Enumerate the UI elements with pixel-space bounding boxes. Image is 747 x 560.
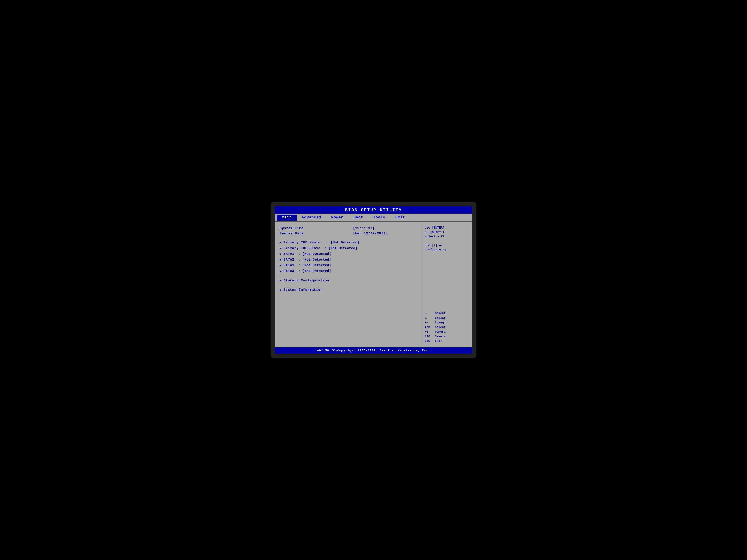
system-date-value[interactable]: [Wed 12/07/2016] (353, 232, 388, 236)
arrow-sysinfo: ► (280, 288, 282, 292)
help-text-1: Use [ENTER] or [SHIFT-T select a fi (425, 225, 469, 239)
nav-advanced[interactable]: Advanced (297, 215, 326, 220)
help-line1: Use [ENTER] (425, 225, 469, 230)
key-lr-desc: Select (435, 312, 445, 315)
sata2-label: SATA2 (283, 258, 294, 262)
sata4-label: SATA4 (283, 269, 294, 273)
key-f1-symbol: F1 (425, 330, 435, 334)
system-time-row: System Time [13:11:37] (280, 226, 417, 230)
nav-exit[interactable]: Exit (390, 215, 410, 220)
arrow-sata4: ► (280, 269, 282, 273)
arrow-sata3: ► (280, 264, 282, 267)
ide-slave-label: Primary IDE Slave (283, 246, 320, 250)
arrow-sata1: ► (280, 252, 282, 256)
key-row-f10: F10 Save a (425, 335, 469, 338)
status-bar: v02.58 (C)Copyright 1985-2009, American … (275, 347, 472, 354)
help-text-2: Use [+] or configure sy (425, 243, 469, 252)
primary-ide-slave[interactable]: ► Primary IDE Slave : [Not Detected] (280, 246, 417, 250)
key-row-tab: Tab Select (425, 325, 469, 329)
arrow-ide-master: ► (280, 241, 282, 244)
key-row-f1: F1 Genera (425, 330, 469, 334)
key-tab-desc: Select (435, 325, 445, 329)
key-tab-symbol: Tab (425, 325, 435, 329)
ide-master-label: Primary IDE Master (283, 241, 323, 244)
key-ud-symbol: ⇅ (425, 316, 435, 320)
key-ud-desc: Select (435, 316, 445, 320)
key-esc-desc: Exit (435, 339, 442, 343)
help-line4: Use [+] or (425, 243, 469, 248)
bios-screen: BIOS SETUP UTILITY Main Advanced Power B… (275, 206, 472, 354)
key-f10-desc: Save a (435, 335, 445, 338)
system-date-row: System Date [Wed 12/07/2016] (280, 232, 417, 236)
nav-power[interactable]: Power (326, 215, 348, 220)
spacer1 (280, 237, 417, 241)
help-line2: or [SHIFT-T (425, 230, 469, 235)
key-row-lr: ↔ Select (425, 312, 469, 315)
primary-ide-master[interactable]: ► Primary IDE Master : [Not Detected] (280, 241, 417, 244)
nav-bar: Main Advanced Power Boot Tools Exit (275, 214, 472, 222)
key-lr-symbol: ↔ (425, 312, 435, 315)
system-time-label: System Time (280, 226, 353, 230)
key-help-section: ↔ Select ⇅ Select +- Change Tab Select (425, 312, 469, 344)
system-time-value[interactable]: [13:11:37] (353, 226, 375, 230)
help-line5: configure sy (425, 247, 469, 252)
sata4[interactable]: ► SATA4 : [Not Detected] (280, 269, 417, 273)
title-bar: BIOS SETUP UTILITY (275, 206, 472, 214)
storage-label: Storage Configuration (283, 278, 329, 283)
spacer2 (280, 275, 417, 278)
key-f1-desc: Genera (435, 330, 445, 334)
spacer3 (280, 284, 417, 288)
arrow-ide-slave: ► (280, 247, 282, 250)
system-date-label: System Date (280, 232, 353, 236)
title-text: BIOS SETUP UTILITY (345, 208, 402, 212)
key-row-plusminus: +- Change (425, 321, 469, 324)
monitor: BIOS SETUP UTILITY Main Advanced Power B… (271, 202, 476, 358)
key-f10-symbol: F10 (425, 335, 435, 338)
sata2[interactable]: ► SATA2 : [Not Detected] (280, 258, 417, 262)
nav-boot[interactable]: Boot (348, 215, 368, 220)
arrow-storage: ► (280, 279, 282, 283)
sysinfo-label: System Information (283, 288, 323, 292)
content-area: System Time [13:11:37] System Date [Wed … (275, 222, 472, 347)
sata3[interactable]: ► SATA3 : [Not Detected] (280, 264, 417, 267)
key-row-ud: ⇅ Select (425, 316, 469, 320)
key-row-esc: ESC Exit (425, 339, 469, 343)
key-pm-symbol: +- (425, 321, 435, 324)
status-text: v02.58 (C)Copyright 1985-2009, American … (317, 349, 430, 352)
sata3-label: SATA3 (283, 264, 294, 267)
nav-tools[interactable]: Tools (368, 215, 390, 220)
key-esc-symbol: ESC (425, 339, 435, 343)
storage-configuration[interactable]: ► Storage Configuration (280, 278, 417, 283)
key-pm-desc: Change (435, 321, 445, 324)
system-information[interactable]: ► System Information (280, 288, 417, 292)
sata1-label: SATA1 (283, 252, 294, 256)
help-line3: select a fi (425, 235, 469, 239)
left-panel: System Time [13:11:37] System Date [Wed … (275, 222, 422, 347)
sata1[interactable]: ► SATA1 : [Not Detected] (280, 252, 417, 256)
right-panel: Use [ENTER] or [SHIFT-T select a fi Use … (422, 222, 472, 347)
arrow-sata2: ► (280, 258, 282, 262)
nav-main[interactable]: Main (277, 215, 297, 220)
